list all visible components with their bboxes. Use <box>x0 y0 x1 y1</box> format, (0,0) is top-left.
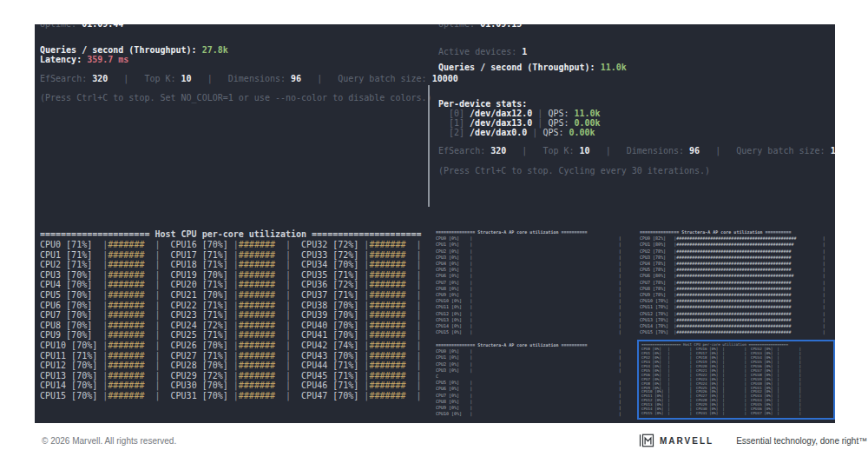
mini-cpu-row: CPU5 [78%] |############################… <box>640 267 833 273</box>
host-cpu-row: CPU0 [71%] |####### | CPU16 [70%] |#####… <box>40 240 422 250</box>
mini-cpu-row: CPU1 [80%] |############################… <box>640 242 833 248</box>
throughput-value: 11.0k <box>601 63 627 72</box>
mini-cpu-row: CPU11 [0%] | | <box>436 304 635 310</box>
mini-cpu-row: CPU14 [0%] | | <box>436 323 635 329</box>
mini-cpu-row: CPU8 [0%] | | <box>436 399 635 405</box>
device-stat-row: [0] /dev/dax12.0 | QPS: 11.0k <box>449 109 601 118</box>
structera-panel-idle-top: =============== Structera-A AP core util… <box>436 229 635 335</box>
mini-cpu-row: CPU4 [78%] |############################… <box>640 261 833 267</box>
uptime-value: 01:09:15 <box>480 24 522 29</box>
uptime-label: Uptime: <box>40 24 76 29</box>
terminal-screenshot: Uptime: 01:09:44 Queries / second (Throu… <box>35 24 835 423</box>
left-hint-line: (Press Ctrl+C to stop. Set NO_COLOR=1 or… <box>40 93 432 103</box>
throughput-label: Queries / second (Throughput): <box>438 63 595 72</box>
mini-cpu-row: CPU10 [0%] | | <box>436 411 635 417</box>
mini-cpu-row: CPU15 [78%] |###########################… <box>640 329 833 335</box>
tiny-cpu-row: CPU15 [0%] | | CPU31 [0%] | | CPU47 [0%]… <box>641 412 831 416</box>
brand-block: MARVELL Essential technology, done right… <box>639 433 867 448</box>
device-stat-row: [1] /dev/dax13.0 | QPS: 0.00k <box>449 118 601 128</box>
mini-cpu-row: CPU6 [0%] | | <box>436 386 635 392</box>
active-devices-value: 1 <box>522 47 527 56</box>
throughput-label: Queries / second (Throughput): <box>40 45 197 55</box>
uptime-label: Uptime: <box>438 24 475 29</box>
mini-cpu-row: CPU7 [0%] | | <box>436 393 635 399</box>
mini-cpu-row: CPU0 [82%] |############################… <box>640 235 833 242</box>
throughput-value: 27.8k <box>202 45 228 55</box>
host-cpu-row: CPU1 [71%] |####### | CPU17 [71%] |#####… <box>40 250 422 261</box>
mini-cpu-row: CPU15 [0%] | | <box>436 329 635 335</box>
host-cpu-row: CPU3 [70%] |####### | CPU19 [70%] |#####… <box>40 270 422 281</box>
mini-cpu-row: CPU9 [0%] | | <box>436 405 635 411</box>
mini-cpu-row: CPU3 [0%] | | <box>436 255 635 261</box>
mini-cpu-row: CPU1 [0%] | | <box>436 354 635 361</box>
host-cpu-row: CPU6 [70%] |####### | CPU22 [71%] |#####… <box>40 301 422 311</box>
mini-cpu-row: CPU8 [0%] | | <box>436 286 635 292</box>
mini-cpu-row: CPU7 [0%] | | <box>436 280 635 286</box>
right-uptime-line: Uptime: 01:09:15 <box>438 24 522 29</box>
right-hint-line: (Press Ctrl+C to stop. Cycling every 30 … <box>438 166 710 175</box>
mini-cpu-row: CPU7 [78%] |############################… <box>640 280 833 286</box>
latency-value: 359.7 ms <box>87 55 128 64</box>
mini-cpu-row: CPU3 [78%] |############################… <box>640 255 833 261</box>
right-throughput-line: Queries / second (Throughput): 11.0k <box>438 63 627 72</box>
mini-cpu-row: CPU1 [0%] | | <box>436 242 635 248</box>
mini-cpu-row: CPU2 [0%] | | <box>436 248 635 255</box>
latency-line: Latency: 359.7 ms <box>40 55 128 64</box>
structera-panel-busy: =============== Structera-A AP core util… <box>640 229 833 335</box>
mini-panel-header: =============== Structera-A AP core util… <box>436 342 635 348</box>
host-cpu-row: CPU13 [70%] |####### | CPU29 [72%] |####… <box>40 371 422 381</box>
brand-tagline: Essential technology, done right™ <box>736 436 867 446</box>
host-cpu-row: CPU9 [70%] |####### | CPU25 [71%] |#####… <box>40 330 422 341</box>
host-cpu-row: CPU12 [70%] |####### | CPU28 [70%] |####… <box>40 361 422 371</box>
mini-cpu-row: CPU13 [78%] |###########################… <box>640 317 833 323</box>
mini-cpu-row: CPU0 [0%] | | <box>436 235 635 242</box>
host-cpu-row: CPU11 [71%] |####### | CPU27 [71%] |####… <box>40 351 422 361</box>
device-stats-rows: [0] /dev/dax12.0 | QPS: 11.0k[1] /dev/da… <box>449 109 601 137</box>
mini-cpu-row: CPU4 [0%] | | <box>436 261 635 267</box>
mini-cpu-row: CPU5 [0%] | | <box>436 380 635 386</box>
copyright-text: © 2026 Marvell. All rights reserved. <box>42 436 176 446</box>
mini-interrupt-row: C <box>436 374 635 380</box>
mini-cpu-row: CPU9 [78%] |############################… <box>640 292 833 298</box>
active-devices-label: Active devices: <box>438 47 516 56</box>
mini-panel-header: =============== Structera-A AP core util… <box>640 229 833 235</box>
brand-wordmark: MARVELL <box>660 436 713 446</box>
mini-cpu-row: CPU11 [78%] |###########################… <box>640 304 833 310</box>
latency-label: Latency: <box>40 55 82 64</box>
left-params-line: EfSearch: 320 | Top K: 10 | Dimensions: … <box>40 74 458 83</box>
mini-cpu-row: CPU0 [0%] | | <box>436 348 635 354</box>
host-cpu-panel-idle-focused: ================== Host CPU per-core uti… <box>637 340 835 420</box>
mini-cpu-row: CPU3 [0%] | | <box>436 367 635 374</box>
host-cpu-row: CPU10 [70%] |####### | CPU26 [70%] |####… <box>40 341 422 351</box>
mini-cpu-row: CPU10 [78%] |###########################… <box>640 298 833 304</box>
left-uptime-line: Uptime: 01:09:44 <box>40 24 123 29</box>
pane-divider <box>428 85 430 207</box>
host-cpu-table-rows: CPU0 [71%] |####### | CPU16 [70%] |#####… <box>40 240 422 401</box>
host-cpu-row: CPU7 [70%] |####### | CPU23 [71%] |#####… <box>40 310 422 321</box>
uptime-value: 01:09:44 <box>82 24 123 29</box>
host-cpu-row: CPU8 [70%] |####### | CPU24 [72%] |#####… <box>40 321 422 331</box>
per-device-stats-label: Per-device stats: <box>438 99 527 109</box>
mini-cpu-row: CPU6 [0%] | | <box>436 273 635 279</box>
mini-cpu-row: CPU12 [78%] |###########################… <box>640 311 833 317</box>
mini-cpu-row: CPU13 [0%] | | <box>436 317 635 323</box>
mini-cpu-row: CPU5 [0%] | | <box>436 267 635 273</box>
mini-cpu-row: CPU12 [0%] | | <box>436 311 635 317</box>
throughput-line: Queries / second (Throughput): 27.8k <box>40 45 228 55</box>
host-cpu-row: CPU14 [70%] |####### | CPU30 [70%] |####… <box>40 381 422 391</box>
mini-cpu-row: CPU9 [0%] | | <box>436 292 635 298</box>
mini-cpu-row: CPU10 [0%] | | <box>436 298 635 304</box>
mini-cpu-row: CPU14 [78%] |###########################… <box>640 323 833 329</box>
mini-cpu-row: CPU2 [78%] |############################… <box>640 248 833 255</box>
host-cpu-table-header: ===================== Host CPU per-core … <box>40 229 422 239</box>
marvell-logo-icon <box>639 433 654 448</box>
mini-cpu-row: CPU2 [0%] | | <box>436 361 635 367</box>
host-cpu-row: CPU4 [70%] |####### | CPU20 [71%] |#####… <box>40 280 422 290</box>
host-cpu-row: CPU5 [70%] |####### | CPU21 [70%] |#####… <box>40 290 422 301</box>
mini-panel-header: =============== Structera-A AP core util… <box>436 229 635 235</box>
host-cpu-row: CPU2 [71%] |####### | CPU18 [71%] |#####… <box>40 260 422 270</box>
mini-cpu-row: CPU8 [78%] |############################… <box>640 286 833 292</box>
active-devices-line: Active devices: 1 <box>438 47 527 56</box>
structera-panel-idle-bottom: =============== Structera-A AP core util… <box>436 342 635 423</box>
device-stat-row: [2] /dev/dax0.0 | QPS: 0.00k <box>449 128 601 137</box>
